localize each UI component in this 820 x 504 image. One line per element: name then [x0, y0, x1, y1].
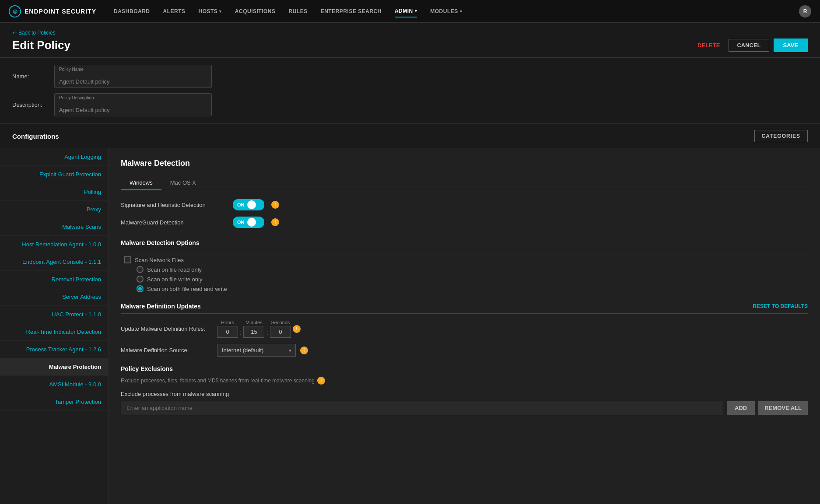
- nav-item-admin[interactable]: ADMIN ▾: [395, 5, 417, 18]
- toggle-knob: [247, 200, 256, 209]
- time-sep-1: :: [240, 329, 242, 336]
- minutes-input[interactable]: [243, 326, 264, 338]
- tab-windows[interactable]: Windows: [121, 176, 161, 190]
- scan-network-label: Scan Network Files: [135, 257, 184, 263]
- sidebar-item-uac-protect---1-1-0[interactable]: UAC Protect - 1.1.0: [0, 306, 108, 323]
- policy-exclusions-section: Policy Exclusions Exclude processes, fil…: [121, 365, 808, 415]
- update-definition-row: Update Malware Definition Rules: Hours :…: [121, 320, 808, 338]
- nav-item-rules[interactable]: RULES: [289, 5, 308, 18]
- source-label: Malware Definition Source:: [121, 347, 213, 354]
- sidebar-item-removal-protection[interactable]: Removal Protection: [0, 271, 108, 288]
- hours-label: Hours: [221, 320, 234, 325]
- nav-item-acquisitions[interactable]: ACQUISITIONS: [235, 5, 276, 18]
- sidebar-item-proxy[interactable]: Proxy: [0, 201, 108, 218]
- radio-label: Scan on file write only: [147, 276, 202, 283]
- desc-field-label: Policy Description: [59, 95, 94, 100]
- chevron-down-icon: ▾: [219, 9, 222, 14]
- page-title: Edit Policy: [12, 38, 70, 52]
- policy-form: Name: Policy Name Description: Policy De…: [0, 58, 820, 124]
- scan-network-checkbox[interactable]: [124, 256, 131, 263]
- sidebar-item-malware-scans[interactable]: Malware Scans: [0, 218, 108, 236]
- toggle-label: MalwareGuard Detection: [121, 219, 226, 226]
- desc-input[interactable]: [59, 107, 207, 113]
- source-info-icon[interactable]: !: [300, 346, 308, 354]
- toggle-state: ON: [237, 202, 245, 207]
- tab-mac-os-x[interactable]: Mac OS X: [161, 176, 205, 190]
- avatar[interactable]: R: [799, 5, 811, 18]
- exclusions-input-row: ADD REMOVE ALL: [121, 401, 808, 415]
- add-button[interactable]: ADD: [727, 401, 755, 415]
- radio-button[interactable]: [137, 276, 144, 283]
- seconds-input[interactable]: [270, 326, 291, 338]
- nav-items: DASHBOARDALERTSHOSTS ▾ACQUISITIONSRULESE…: [114, 5, 799, 18]
- nav-item-alerts[interactable]: ALERTS: [163, 5, 186, 18]
- logo-icon: ◎: [9, 5, 21, 18]
- sidebar-item-amsi-module---9-0-0[interactable]: AMSI Module - 9.0.0: [0, 376, 108, 393]
- source-select[interactable]: Internet (default)Custom: [217, 344, 296, 357]
- source-select-wrap: Internet (default)Custom: [217, 344, 296, 357]
- source-row: Malware Definition Source: Internet (def…: [121, 344, 808, 357]
- sidebar-item-host-remediation-agent---1-0-0[interactable]: Host Remediation Agent - 1.0.0: [0, 236, 108, 253]
- scan-network-files-option[interactable]: Scan Network Files: [121, 256, 808, 263]
- update-definition-label: Update Malware Definition Rules:: [121, 326, 213, 332]
- detection-options-title: Malware Detection Options: [121, 239, 200, 246]
- reset-to-defaults-link[interactable]: RESET TO DEFAULTS: [753, 303, 808, 309]
- back-label: Back to Policies: [18, 30, 56, 36]
- nav-item-modules[interactable]: MODULES ▾: [430, 5, 462, 18]
- nav-item-hosts[interactable]: HOSTS ▾: [199, 5, 222, 18]
- sidebar-item-polling[interactable]: Polling: [0, 183, 108, 201]
- radio-option[interactable]: Scan on file read only: [133, 266, 808, 273]
- save-button[interactable]: SAVE: [774, 38, 808, 52]
- sidebar-item-server-address[interactable]: Server Address: [0, 288, 108, 306]
- nav-item-dashboard[interactable]: DASHBOARD: [114, 5, 150, 18]
- name-input[interactable]: [59, 78, 207, 85]
- radio-label: Scan on both file read and write: [147, 286, 227, 292]
- toggle-switch[interactable]: ON: [233, 199, 264, 210]
- sidebar-item-exploit-guard-protection[interactable]: Exploit Guard Protection: [0, 166, 108, 183]
- sidebar-item-real-time-indicator-detection[interactable]: Real-Time Indicator Detection: [0, 323, 108, 341]
- policy-exclusions-title: Policy Exclusions: [121, 365, 808, 372]
- radio-option[interactable]: Scan on both file read and write: [133, 285, 808, 292]
- radio-button[interactable]: [137, 266, 144, 273]
- exclusions-input[interactable]: [121, 401, 723, 415]
- exclusions-desc: Exclude processes, files, folders and MD…: [121, 377, 808, 385]
- app-logo: ◎ ENDPOINT SECURITY: [9, 5, 96, 18]
- sidebar-item-endpoint-agent-console---1-1-1[interactable]: Endpoint Agent Console - 1.1.1: [0, 253, 108, 271]
- toggle-label: Signature and Heuristic Detection: [121, 202, 226, 208]
- categories-button[interactable]: CATEGORIES: [754, 130, 808, 142]
- detection-options-header: Malware Detection Options: [121, 234, 808, 250]
- sidebar-item-agent-logging[interactable]: Agent Logging: [0, 148, 108, 166]
- definition-updates-header: Malware Definition Updates RESET TO DEFA…: [121, 298, 808, 314]
- sidebar-item-tamper-protection[interactable]: Tamper Protection: [0, 393, 108, 411]
- sidebar-item-process-tracker-agent---1-2-6[interactable]: Process Tracker Agent - 1.2.6: [0, 341, 108, 358]
- toggle-state: ON: [237, 220, 245, 225]
- remove-all-button[interactable]: REMOVE ALL: [758, 401, 808, 415]
- back-arrow-icon: ↩: [12, 30, 17, 36]
- back-link[interactable]: ↩ Back to Policies: [12, 30, 808, 36]
- toggle-info-icon[interactable]: !: [271, 218, 279, 226]
- toggle-row: MalwareGuard DetectionON!: [121, 217, 808, 228]
- radio-option[interactable]: Scan on file write only: [133, 276, 808, 283]
- sidebar-item-malware-protection[interactable]: Malware Protection: [0, 358, 108, 376]
- time-group: Hours : Minutes : Seconds !: [217, 320, 301, 338]
- desc-label: Description:: [12, 102, 47, 108]
- radio-label: Scan on file read only: [147, 266, 202, 273]
- time-sep-2: :: [266, 329, 268, 336]
- time-info-icon[interactable]: !: [293, 325, 301, 333]
- nav-item-enterprise-search[interactable]: ENTERPRISE SEARCH: [321, 5, 382, 18]
- radio-button[interactable]: [137, 285, 144, 292]
- toggle-switch[interactable]: ON: [233, 217, 264, 228]
- seconds-label: Seconds: [271, 320, 290, 325]
- cancel-button[interactable]: CANCEL: [729, 39, 769, 52]
- exclusions-info-icon[interactable]: !: [317, 377, 325, 385]
- chevron-down-icon: ▾: [415, 9, 417, 13]
- definition-updates-title: Malware Definition Updates: [121, 303, 201, 310]
- header-actions: DELETE CANCEL SAVE: [693, 38, 808, 52]
- tab-bar: WindowsMac OS X: [121, 176, 808, 190]
- name-field-label: Policy Name: [59, 67, 84, 72]
- toggle-section: Signature and Heuristic DetectionON!Malw…: [121, 199, 808, 228]
- minutes-label: Minutes: [245, 320, 263, 325]
- delete-button[interactable]: DELETE: [693, 39, 724, 51]
- toggle-info-icon[interactable]: !: [271, 201, 279, 209]
- hours-input[interactable]: [217, 326, 238, 338]
